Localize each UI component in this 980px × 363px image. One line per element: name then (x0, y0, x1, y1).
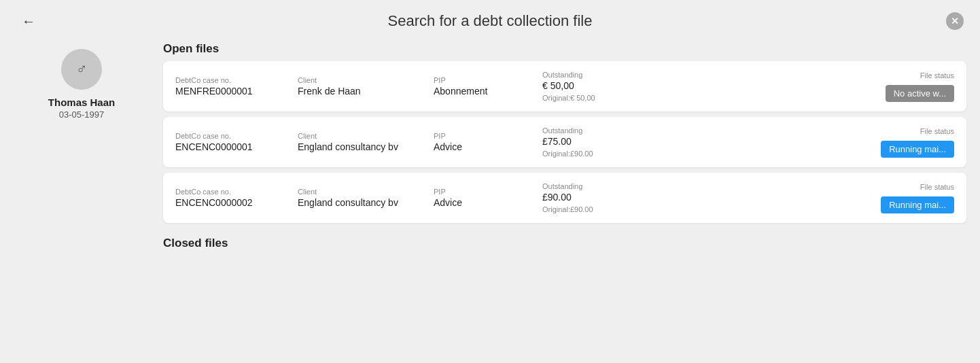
client-label: Client (298, 76, 434, 84)
avatar: ♂ (61, 49, 102, 90)
close-button[interactable]: ✕ (946, 12, 964, 30)
outstanding-original: Original:£90.00 (542, 150, 845, 158)
case-field: DebtCo case no. ENCENC0000001 (175, 132, 298, 152)
pip-label: PIP (434, 76, 542, 84)
client-value: England consultancy bv (298, 197, 434, 208)
page-container: ← Search for a debt collection file ✕ ♂ … (0, 0, 980, 363)
client-label: Client (298, 132, 434, 140)
file-card[interactable]: DebtCo case no. ENCENC0000002 Client Eng… (163, 173, 966, 223)
pip-field: PIP Abonnement (434, 76, 542, 97)
outstanding-label: Outstanding (542, 126, 845, 135)
status-label: File status (920, 127, 954, 135)
outstanding-value: £90.00 (542, 192, 845, 203)
client-value: Frenk de Haan (298, 86, 434, 97)
status-badge[interactable]: No active w... (886, 85, 954, 102)
outstanding-label: Outstanding (542, 182, 845, 190)
outstanding-field: Outstanding € 50,00 Original:€ 50,00 (542, 71, 845, 102)
status-field: File status Running mai... (845, 127, 954, 158)
sidebar: ♂ Thomas Haan 03-05-1997 (14, 42, 150, 352)
back-button[interactable]: ← (16, 11, 41, 32)
file-card[interactable]: DebtCo case no. MENFRE0000001 Client Fre… (163, 61, 966, 111)
outstanding-field: Outstanding £75.00 Original:£90.00 (542, 126, 845, 158)
status-field: File status Running mai... (845, 183, 954, 213)
outstanding-original: Original:£90.00 (542, 205, 845, 213)
page-title: Search for a debt collection file (388, 12, 593, 30)
case-label: DebtCo case no. (175, 76, 298, 84)
status-badge[interactable]: Running mai... (881, 141, 954, 158)
outstanding-value: € 50,00 (542, 80, 845, 91)
open-files-section: Open files DebtCo case no. MENFRE0000001… (163, 42, 966, 223)
client-value: England consultancy bv (298, 141, 434, 152)
user-name: Thomas Haan (48, 97, 115, 108)
case-label: DebtCo case no. (175, 188, 298, 196)
case-field: DebtCo case no. ENCENC0000002 (175, 188, 298, 208)
client-field: Client England consultancy bv (298, 188, 434, 208)
closed-files-section: Closed files (163, 237, 966, 256)
status-field: File status No active w... (845, 71, 954, 102)
pip-label: PIP (434, 188, 542, 196)
user-dob: 03-05-1997 (59, 109, 105, 120)
pip-value: Advice (434, 141, 542, 152)
outstanding-original: Original:€ 50,00 (542, 94, 845, 102)
case-value: ENCENC0000002 (175, 197, 298, 208)
right-content: Open files DebtCo case no. MENFRE0000001… (163, 42, 966, 352)
main-content: ♂ Thomas Haan 03-05-1997 Open files Debt… (0, 42, 980, 363)
header: ← Search for a debt collection file ✕ (0, 0, 980, 42)
pip-field: PIP Advice (434, 132, 542, 152)
case-value: ENCENC0000001 (175, 141, 298, 152)
pip-label: PIP (434, 132, 542, 140)
closed-files-title: Closed files (163, 237, 966, 250)
status-label: File status (920, 71, 954, 80)
client-field: Client Frenk de Haan (298, 76, 434, 97)
outstanding-field: Outstanding £90.00 Original:£90.00 (542, 182, 845, 213)
case-field: DebtCo case no. MENFRE0000001 (175, 76, 298, 97)
case-label: DebtCo case no. (175, 132, 298, 140)
case-value: MENFRE0000001 (175, 86, 298, 97)
status-badge[interactable]: Running mai... (881, 196, 954, 213)
pip-value: Advice (434, 197, 542, 208)
open-files-list: DebtCo case no. MENFRE0000001 Client Fre… (163, 61, 966, 223)
file-card[interactable]: DebtCo case no. ENCENC0000001 Client Eng… (163, 117, 966, 167)
outstanding-value: £75.00 (542, 136, 845, 147)
pip-value: Abonnement (434, 86, 542, 97)
open-files-title: Open files (163, 42, 966, 56)
status-label: File status (920, 183, 954, 191)
pip-field: PIP Advice (434, 188, 542, 208)
client-field: Client England consultancy bv (298, 132, 434, 152)
gender-icon: ♂ (76, 60, 88, 78)
outstanding-label: Outstanding (542, 71, 845, 79)
client-label: Client (298, 188, 434, 196)
